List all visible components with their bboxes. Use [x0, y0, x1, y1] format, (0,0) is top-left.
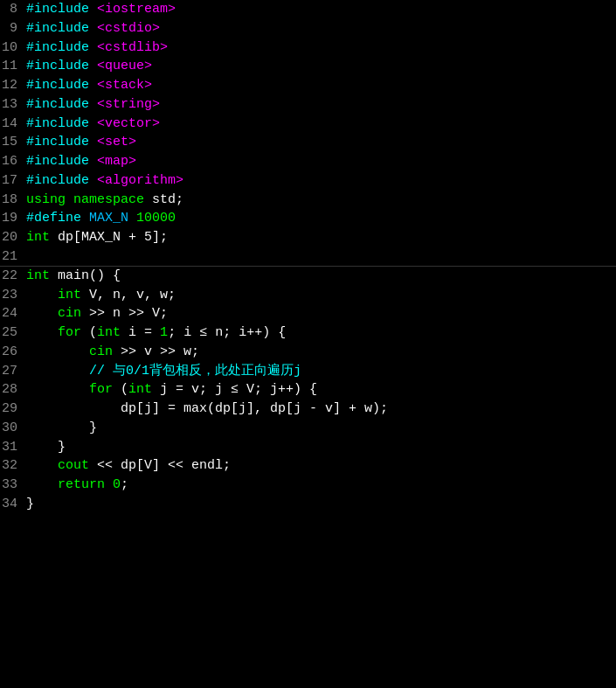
- code-line-24: 24 cin >> n >> V;: [0, 304, 616, 323]
- code-line-31: 31 }: [0, 438, 616, 457]
- line-num-20: 20: [0, 228, 26, 247]
- line-content-28: for (int j = v; j ≤ V; j++) {: [26, 380, 616, 400]
- code-editor: 8 #include <iostream> 9 #include <cstdio…: [0, 0, 616, 688]
- line-num-16: 16: [0, 152, 26, 171]
- code-line-12: 12 #include <stack>: [0, 76, 616, 95]
- line-content-14: #include <vector>: [26, 115, 616, 134]
- line-content-15: #include <set>: [26, 133, 616, 152]
- line-content-9: #include <cstdio>: [26, 19, 616, 38]
- code-line-20: 20 int dp[MAX_N + 5];: [0, 228, 616, 247]
- code-line-17: 17 #include <algorithm>: [0, 171, 616, 191]
- code-line-9: 9 #include <cstdio>: [0, 19, 616, 38]
- line-content-34: }: [26, 495, 616, 514]
- line-content-8: #include <iostream>: [26, 0, 616, 19]
- line-num-17: 17: [0, 171, 26, 191]
- line-num-9: 9: [0, 19, 26, 38]
- line-num-34: 34: [0, 495, 26, 514]
- line-content-32: cout << dp[V] << endl;: [26, 456, 616, 476]
- line-content-19: #define MAX_N 10000: [26, 209, 616, 228]
- line-num-28: 28: [0, 380, 26, 400]
- line-content-16: #include <map>: [26, 152, 616, 171]
- code-line-14: 14 #include <vector>: [0, 115, 616, 134]
- line-content-12: #include <stack>: [26, 76, 616, 95]
- code-line-32: 32 cout << dp[V] << endl;: [0, 456, 616, 476]
- line-num-8: 8: [0, 0, 26, 19]
- line-content-25: for (int i = 1; i ≤ n; i++) {: [26, 323, 616, 343]
- line-num-30: 30: [0, 419, 26, 438]
- code-line-18: 18 using namespace std;: [0, 191, 616, 210]
- line-content-31: }: [26, 438, 616, 457]
- code-line-13: 13 #include <string>: [0, 95, 616, 115]
- line-num-24: 24: [0, 304, 26, 323]
- line-content-10: #include <cstdlib>: [26, 38, 616, 58]
- line-content-11: #include <queue>: [26, 57, 616, 76]
- code-line-22: 22 int main() {: [0, 267, 616, 286]
- line-content-27: // 与0/1背包相反，此处正向遍历j: [26, 362, 616, 381]
- code-line-28: 28 for (int j = v; j ≤ V; j++) {: [0, 380, 616, 400]
- code-line-15: 15 #include <set>: [0, 133, 616, 152]
- line-content-23: int V, n, v, w;: [26, 286, 616, 305]
- line-num-12: 12: [0, 76, 26, 95]
- line-num-23: 23: [0, 286, 26, 305]
- code-line-26: 26 cin >> v >> w;: [0, 343, 616, 362]
- line-content-20: int dp[MAX_N + 5];: [26, 228, 616, 247]
- line-content-17: #include <algorithm>: [26, 171, 616, 191]
- code-line-16: 16 #include <map>: [0, 152, 616, 171]
- line-num-18: 18: [0, 191, 26, 210]
- line-num-19: 19: [0, 209, 26, 228]
- code-line-30: 30 }: [0, 419, 616, 438]
- line-num-27: 27: [0, 362, 26, 381]
- code-line-29: 29 dp[j] = max(dp[j], dp[j - v] + w);: [0, 400, 616, 419]
- code-line-21: 21: [0, 247, 616, 266]
- code-line-19: 19 #define MAX_N 10000: [0, 209, 616, 228]
- line-num-25: 25: [0, 323, 26, 343]
- line-num-14: 14: [0, 115, 26, 134]
- line-num-29: 29: [0, 400, 26, 419]
- line-num-31: 31: [0, 438, 26, 457]
- line-content-30: }: [26, 419, 616, 438]
- line-num-13: 13: [0, 95, 26, 115]
- code-line-25: 25 for (int i = 1; i ≤ n; i++) {: [0, 323, 616, 343]
- code-line-27: 27 // 与0/1背包相反，此处正向遍历j: [0, 362, 616, 381]
- line-content-24: cin >> n >> V;: [26, 304, 616, 323]
- line-content-29: dp[j] = max(dp[j], dp[j - v] + w);: [26, 400, 616, 419]
- line-content-18: using namespace std;: [26, 191, 616, 210]
- line-num-33: 33: [0, 476, 26, 495]
- line-content-33: return 0;: [26, 476, 616, 495]
- code-line-11: 11 #include <queue>: [0, 57, 616, 76]
- line-content-22: int main() {: [26, 267, 616, 286]
- line-content-21: [26, 247, 616, 267]
- line-num-26: 26: [0, 343, 26, 362]
- line-content-13: #include <string>: [26, 95, 616, 115]
- line-num-21: 21: [0, 247, 26, 267]
- line-content-26: cin >> v >> w;: [26, 343, 616, 362]
- code-line-23: 23 int V, n, v, w;: [0, 286, 616, 305]
- code-line-10: 10 #include <cstdlib>: [0, 38, 616, 58]
- line-num-10: 10: [0, 38, 26, 58]
- code-line-8: 8 #include <iostream>: [0, 0, 616, 19]
- code-line-34: 34 }: [0, 495, 616, 514]
- code-line-33: 33 return 0;: [0, 476, 616, 495]
- line-num-11: 11: [0, 57, 26, 76]
- line-num-15: 15: [0, 133, 26, 152]
- line-num-32: 32: [0, 456, 26, 476]
- line-num-22: 22: [0, 267, 26, 286]
